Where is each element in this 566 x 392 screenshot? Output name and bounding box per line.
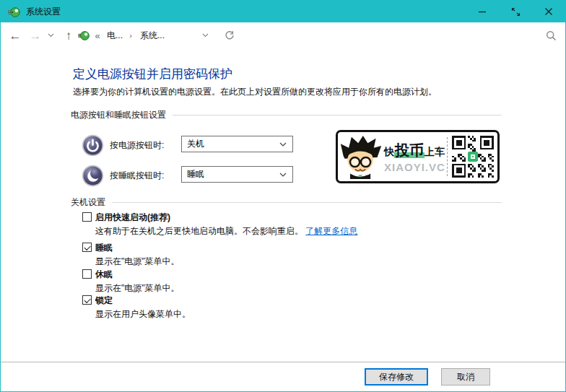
window-title: 系统设置	[26, 6, 61, 18]
section-power-buttons: 电源按钮和睡眠按钮设置	[71, 109, 502, 121]
chevron-down-icon	[279, 142, 287, 147]
section-divider	[112, 202, 502, 203]
checkbox-label[interactable]: 启用快速启动(推荐)	[95, 212, 170, 224]
watermark-slogan-pre: 快	[384, 146, 394, 157]
page-title: 定义电源按钮并启用密码保护	[73, 66, 232, 82]
forward-button[interactable]: →	[27, 22, 44, 48]
mascot-illustration	[339, 134, 383, 179]
back-button[interactable]: ←	[6, 22, 24, 48]
cancel-button[interactable]: 取消	[441, 368, 490, 386]
page-subtitle: 选择要为你的计算机设置的电源设置。在此页上对设置所做的更改将应用于你所有的电源计…	[73, 86, 437, 98]
section-title: 关机设置	[71, 196, 105, 209]
combobox-value: 睡眠	[187, 168, 279, 180]
close-button[interactable]	[532, 1, 565, 22]
checkbox-fast-startup[interactable]	[82, 212, 92, 222]
app-icon	[8, 6, 20, 18]
sleep-button-icon	[82, 165, 104, 187]
history-dropdown-icon[interactable]	[44, 22, 57, 48]
checkbox-description: 显示在"电源"菜单中。	[95, 256, 180, 268]
minimize-button[interactable]	[466, 1, 499, 22]
breadcrumb-overflow[interactable]: «	[92, 22, 103, 48]
checkbox-sleep[interactable]	[82, 243, 92, 252]
learn-more-link[interactable]: 了解更多信息	[305, 226, 357, 236]
watermark-slogan-em: 投币	[394, 142, 425, 158]
chevron-down-icon	[279, 173, 287, 177]
breadcrumb-item-system[interactable]: 系统...	[136, 22, 168, 48]
footer-divider	[1, 362, 565, 362]
breadcrumb-dropdown-icon[interactable]	[199, 22, 212, 48]
watermark-site: XIAOYI.VC	[384, 161, 445, 173]
sleep-action-combobox[interactable]: 睡眠	[181, 166, 293, 183]
watermark-text: 快投币上车 XIAOYI.VC	[383, 141, 445, 173]
checkbox-description: 显示在用户头像菜单中。	[95, 308, 191, 321]
refresh-button[interactable]	[222, 22, 238, 48]
section-divider	[173, 115, 502, 116]
power-action-combobox[interactable]: 关机	[181, 136, 293, 152]
checkbox-label[interactable]: 睡眠	[95, 242, 113, 254]
search-icon[interactable]	[541, 22, 561, 48]
resize-button[interactable]	[499, 1, 532, 22]
checkbox-description: 这有助于在关机之后更快地启动电脑。不会影响重启。 了解更多信息	[95, 225, 357, 238]
section-title: 电源按钮和睡眠按钮设置	[71, 109, 166, 121]
combobox-value: 关机	[187, 138, 279, 150]
checkbox-lock[interactable]	[82, 295, 92, 305]
power-button-icon	[82, 134, 104, 157]
watermark-banner: 快投币上车 XIAOYI.VC	[336, 130, 500, 183]
power-button-label: 按电源按钮时:	[110, 139, 164, 152]
titlebar[interactable]: 系统设置	[1, 1, 565, 22]
address-icon	[77, 22, 90, 48]
up-button[interactable]: ↑	[60, 22, 77, 48]
checkbox-label[interactable]: 休眠	[95, 269, 113, 281]
checkbox-hibernate[interactable]	[82, 269, 92, 279]
navigation-bar: ← → ↑ « 电... › 系统...	[1, 22, 565, 48]
breadcrumb-item-power[interactable]: 电...	[104, 22, 126, 48]
breadcrumb-separator-icon: ›	[126, 22, 135, 48]
checkbox-label[interactable]: 锁定	[95, 295, 113, 307]
checkbox-description: 显示在"电源"菜单中。	[95, 282, 180, 295]
watermark-divider	[447, 137, 448, 176]
section-shutdown: 关机设置	[71, 196, 502, 209]
qr-code	[452, 136, 494, 178]
watermark-slogan-post: 上车	[425, 146, 445, 157]
system-settings-window: 系统设置 ← → ↑	[0, 0, 566, 392]
save-button[interactable]: 保存修改	[365, 368, 428, 386]
sleep-button-label: 按睡眠按钮时:	[110, 170, 164, 182]
